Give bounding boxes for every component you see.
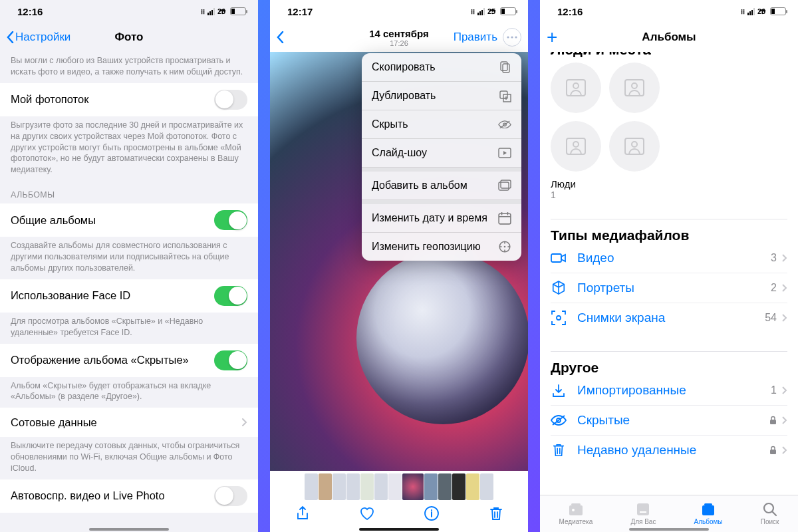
autoplay-label: Автовоспр. видео и Live Photo [11, 489, 165, 502]
tab-library-label: Медиатека [559, 518, 593, 525]
svg-rect-4 [503, 64, 509, 72]
svg-point-23 [557, 316, 561, 320]
dual-sim-icon: ⁞⁞ [471, 8, 475, 15]
video-icon [551, 251, 567, 265]
delete-button[interactable] [488, 505, 504, 524]
back-label: Настройки [15, 31, 70, 44]
menu-duplicate-label: Дублировать [372, 90, 436, 102]
download-icon [551, 383, 567, 398]
people-grid [551, 63, 787, 172]
row-hidden[interactable]: Скрытые [551, 406, 787, 436]
menu-add-album[interactable]: Добавить в альбом [362, 172, 521, 200]
thumbnail-strip[interactable] [270, 473, 528, 500]
svg-rect-27 [569, 505, 583, 515]
more-button[interactable] [503, 28, 521, 47]
menu-hide[interactable]: Скрыть [362, 110, 521, 139]
other-title: Другое [551, 351, 787, 376]
eye-slash-icon [551, 413, 567, 428]
chevron-right-icon [782, 254, 787, 262]
row-screenshots-count: 54 [765, 312, 777, 324]
autoplay-toggle[interactable] [214, 486, 247, 506]
people-placeholder[interactable] [551, 121, 601, 172]
people-placeholder[interactable] [609, 63, 660, 113]
row-deleted-label: Недавно удаленные [577, 443, 696, 458]
photo-viewer-screen: 12:17 ⁞⁞ 25 14 сентября 17:26 Править Ск… [270, 0, 528, 532]
menu-duplicate[interactable]: Дублировать [362, 82, 521, 110]
page-title: Альбомы [540, 31, 798, 44]
row-screenshots[interactable]: Снимки экрана 54 [551, 303, 787, 332]
chevron-right-icon [242, 418, 247, 426]
tab-library[interactable]: Медиатека [559, 502, 593, 525]
svg-rect-30 [637, 503, 649, 515]
share-button[interactable] [295, 505, 311, 524]
status-bar: 12:16 ⁞⁞ 26 [540, 0, 798, 23]
albums-screen: 12:16 ⁞⁞ 26 + Альбомы Люди и места [540, 0, 798, 532]
library-icon [568, 502, 584, 517]
battery-icon: 25 [500, 7, 516, 15]
home-indicator[interactable] [629, 528, 709, 531]
menu-copy[interactable]: Скопировать [362, 53, 521, 82]
dual-sim-icon: ⁞⁞ [201, 8, 205, 15]
row-portraits[interactable]: Портреты 2 [551, 273, 787, 303]
edit-button[interactable]: Править [454, 31, 497, 44]
duplicate-icon [498, 89, 511, 102]
menu-adjust-date-label: Изменить дату и время [372, 212, 487, 224]
hidden-album-cell[interactable]: Отображение альбома «Скрытые» [0, 344, 258, 377]
back-button[interactable] [277, 31, 284, 43]
favorite-button[interactable] [359, 505, 375, 524]
row-imported-count: 1 [771, 384, 777, 396]
heart-icon [359, 505, 375, 521]
settings-list[interactable]: Вы могли с любого из Ваших устройств про… [0, 52, 258, 532]
faceid-cell[interactable]: Использование Face ID [0, 279, 258, 313]
album-plus-icon [498, 179, 511, 192]
hidden-album-label: Отображение альбома «Скрытые» [11, 354, 189, 366]
cellular-data-label: Сотовые данные [11, 416, 97, 429]
home-indicator[interactable] [89, 528, 169, 531]
faceid-toggle[interactable] [214, 286, 247, 306]
status-bar: 12:17 ⁞⁞ 25 [270, 0, 528, 23]
photostream-toggle[interactable] [214, 90, 247, 110]
row-recently-deleted[interactable]: Недавно удаленные [551, 436, 787, 465]
shared-albums-toggle[interactable] [214, 210, 247, 230]
photo-content[interactable]: Скопировать Дублировать Скрыть Слайд-шоу… [270, 52, 528, 471]
chevron-right-icon [782, 416, 787, 424]
menu-adjust-location[interactable]: Изменить геопозицию [362, 233, 521, 261]
cellular-data-cell[interactable]: Сотовые данные [0, 408, 258, 437]
info-button[interactable] [424, 505, 440, 524]
nav-bar: Настройки Фото [0, 23, 258, 52]
people-placeholder[interactable] [609, 121, 660, 172]
tab-albums[interactable]: Альбомы [694, 502, 723, 525]
search-icon [762, 502, 778, 517]
home-indicator[interactable] [359, 528, 439, 531]
calendar-icon [498, 211, 511, 225]
dual-sim-icon: ⁞⁞ [741, 8, 745, 15]
lock-icon [769, 416, 777, 425]
cellular-data-footer: Выключите передачу сотовых данных, чтобы… [0, 437, 258, 479]
share-icon [295, 505, 311, 521]
menu-hide-label: Скрыть [372, 118, 408, 130]
faceid-label: Использование Face ID [11, 289, 130, 302]
shared-albums-cell[interactable]: Общие альбомы [0, 203, 258, 237]
status-right: ⁞⁞ 26 [201, 7, 246, 15]
trash-icon [551, 443, 567, 458]
hidden-album-toggle[interactable] [214, 350, 247, 370]
albums-icon [700, 502, 716, 517]
context-menu: Скопировать Дублировать Скрыть Слайд-шоу… [362, 53, 521, 261]
photostream-cell[interactable]: Мой фотопоток [0, 83, 258, 116]
albums-list[interactable]: Люди и места Люди 1 Типы медиафайлов Вид… [540, 52, 798, 495]
row-video[interactable]: Видео 3 [551, 243, 787, 273]
tab-foryou[interactable]: Для Вас [630, 502, 656, 525]
menu-slideshow[interactable]: Слайд-шоу [362, 139, 521, 168]
back-button[interactable]: Настройки [7, 31, 70, 44]
tab-search[interactable]: Поиск [761, 502, 779, 525]
cellular-signal-icon [747, 8, 755, 15]
menu-adjust-date[interactable]: Изменить дату и время [362, 204, 521, 233]
tab-bar: Медиатека Для Вас Альбомы Поиск [540, 495, 798, 532]
people-placeholder[interactable] [551, 63, 601, 113]
row-imported[interactable]: Импортированные 1 [551, 376, 787, 406]
viewfinder-icon [551, 311, 567, 325]
lock-icon [769, 446, 777, 455]
add-album-button[interactable]: + [547, 27, 557, 48]
autoplay-cell[interactable]: Автовоспр. видео и Live Photo [0, 479, 258, 513]
svg-rect-8 [499, 182, 509, 190]
